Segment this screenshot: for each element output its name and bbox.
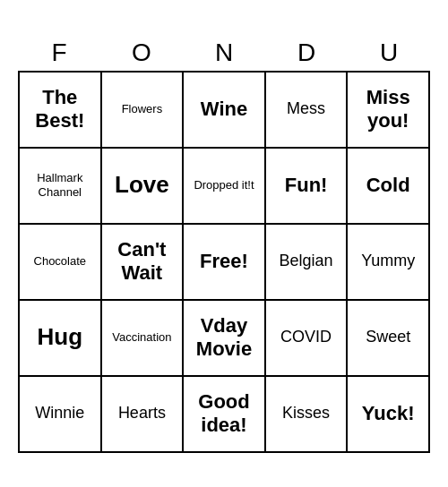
cell-text-16: Vaccination: [112, 330, 171, 345]
bingo-cell-22[interactable]: Good idea!: [184, 377, 266, 453]
bingo-cell-16[interactable]: Vaccination: [102, 301, 185, 377]
bingo-cell-24[interactable]: Yuck!: [348, 377, 430, 453]
cell-text-3: Mess: [287, 99, 325, 119]
bingo-cell-11[interactable]: Can't Wait: [102, 225, 185, 301]
cell-text-23: Kisses: [282, 404, 330, 423]
cell-text-8: Fun!: [285, 174, 328, 197]
cell-text-7: Dropped it!t: [194, 178, 254, 192]
cell-text-10: Chocolate: [34, 254, 87, 269]
bingo-cell-15[interactable]: Hug: [20, 301, 102, 377]
header-letter-F: F: [18, 35, 100, 71]
bingo-cell-2[interactable]: Wine: [184, 73, 266, 149]
bingo-cell-5[interactable]: Hallmark Channel: [20, 149, 102, 225]
cell-text-17: Vday Movie: [187, 314, 261, 362]
bingo-grid: The Best!FlowersWineMessMiss you!Hallmar…: [18, 71, 430, 453]
bingo-cell-14[interactable]: Yummy: [348, 225, 430, 301]
cell-text-20: Winnie: [35, 404, 84, 423]
bingo-cell-7[interactable]: Dropped it!t: [184, 149, 266, 225]
bingo-cell-10[interactable]: Chocolate: [20, 225, 102, 301]
bingo-cell-4[interactable]: Miss you!: [348, 73, 430, 149]
cell-text-18: COVID: [280, 328, 332, 347]
cell-text-0: The Best!: [23, 86, 97, 133]
header-letter-N: N: [183, 35, 265, 71]
bingo-cell-0[interactable]: The Best!: [20, 73, 102, 149]
cell-text-14: Yummy: [361, 252, 415, 271]
bingo-cell-13[interactable]: Belgian: [266, 225, 349, 301]
cell-text-6: Love: [115, 171, 169, 199]
bingo-cell-1[interactable]: Flowers: [102, 73, 185, 149]
cell-text-1: Flowers: [122, 102, 163, 116]
header-letter-U: U: [348, 35, 430, 71]
bingo-cell-20[interactable]: Winnie: [20, 377, 102, 453]
cell-text-13: Belgian: [280, 252, 333, 271]
bingo-cell-18[interactable]: COVID: [266, 301, 349, 377]
bingo-cell-8[interactable]: Fun!: [266, 149, 349, 225]
bingo-cell-9[interactable]: Cold: [348, 149, 430, 225]
cell-text-5: Hallmark Channel: [23, 171, 97, 199]
cell-text-9: Cold: [366, 174, 410, 197]
header-letter-D: D: [265, 35, 348, 71]
bingo-cell-21[interactable]: Hearts: [102, 377, 185, 453]
bingo-cell-6[interactable]: Love: [102, 149, 185, 225]
cell-text-12: Free!: [200, 250, 248, 273]
header-letter-O: O: [100, 35, 183, 71]
cell-text-24: Yuck!: [362, 402, 415, 425]
cell-text-2: Wine: [201, 98, 247, 121]
bingo-cell-17[interactable]: Vday Movie: [184, 301, 266, 377]
bingo-cell-3[interactable]: Mess: [266, 73, 349, 149]
cell-text-21: Hearts: [118, 404, 166, 423]
bingo-card: FONDU The Best!FlowersWineMessMiss you!H…: [18, 35, 430, 453]
bingo-header: FONDU: [18, 35, 430, 71]
cell-text-11: Can't Wait: [106, 238, 179, 286]
cell-text-19: Sweet: [366, 328, 410, 347]
cell-text-15: Hug: [38, 323, 83, 351]
cell-text-22: Good idea!: [187, 390, 261, 438]
cell-text-4: Miss you!: [351, 86, 425, 133]
bingo-cell-19[interactable]: Sweet: [348, 301, 430, 377]
bingo-cell-12[interactable]: Free!: [184, 225, 266, 301]
bingo-cell-23[interactable]: Kisses: [266, 377, 349, 453]
